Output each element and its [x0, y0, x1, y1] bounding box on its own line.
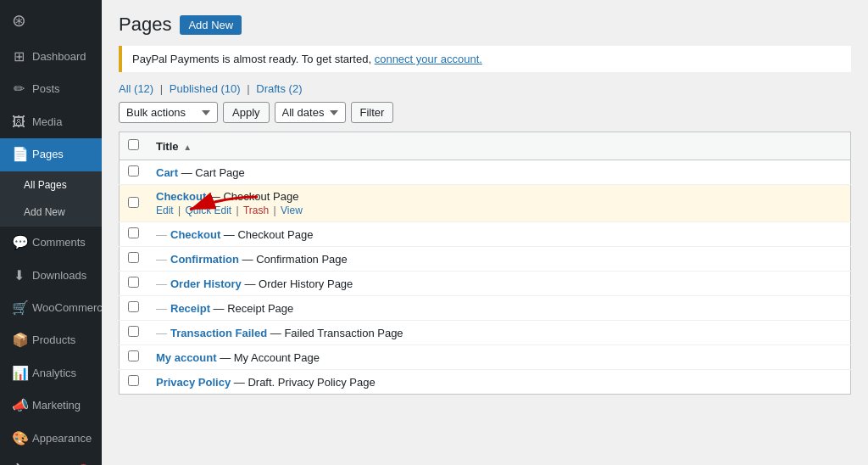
- sidebar-item-appearance[interactable]: 🎨 Appearance: [0, 423, 102, 455]
- table-row: Privacy Policy — Draft. Privacy Policy P…: [120, 370, 851, 395]
- page-header: Pages Add New: [119, 14, 851, 36]
- row-title-cell: —Receipt — Receipt Page: [147, 296, 851, 321]
- page-separator: —: [242, 253, 253, 266]
- add-new-button[interactable]: Add New: [180, 15, 242, 35]
- title-col-label: Title: [156, 140, 179, 153]
- analytics-icon: 📊: [12, 364, 25, 383]
- media-icon: 🖼: [12, 113, 25, 132]
- page-description: Confirmation Page: [256, 253, 348, 266]
- filter-published[interactable]: Published (10): [170, 82, 241, 95]
- page-title-link[interactable]: Privacy Policy: [156, 376, 231, 389]
- notice-link[interactable]: connect your account.: [375, 53, 482, 65]
- sort-arrow-icon: ▲: [183, 143, 192, 152]
- dashboard-icon: ⊞: [12, 48, 25, 66]
- page-separator: —: [220, 351, 231, 364]
- page-description: Cart Page: [195, 166, 245, 179]
- sidebar-item-marketing[interactable]: 📣 Marketing: [0, 389, 102, 422]
- table-header-checkbox[interactable]: [120, 132, 148, 160]
- sidebar-item-label: Appearance: [32, 431, 92, 446]
- row-checkbox-3[interactable]: [128, 227, 139, 238]
- select-all-checkbox[interactable]: [128, 139, 139, 150]
- page-description: Privacy Policy Page: [278, 376, 376, 389]
- row-checkbox-cell: [120, 247, 148, 272]
- pages-icon: 📄: [12, 145, 25, 164]
- apply-button[interactable]: Apply: [223, 102, 270, 123]
- row-checkbox-6[interactable]: [128, 301, 139, 312]
- sidebar-item-label: Pages: [32, 147, 64, 162]
- sidebar-item-woocommerce[interactable]: 🛒 WooCommerce: [0, 292, 102, 324]
- row-checkbox-7[interactable]: [128, 326, 139, 337]
- filter-button[interactable]: Filter: [351, 102, 394, 123]
- sidebar-item-media[interactable]: 🖼 Media: [0, 106, 102, 138]
- indent-marker: —: [156, 277, 167, 290]
- sidebar-item-label: Posts: [32, 81, 60, 97]
- table-header-title[interactable]: Title ▲: [147, 132, 851, 160]
- filter-all[interactable]: All (12): [119, 82, 153, 95]
- page-separator: —: [181, 166, 192, 179]
- page-description: Order History Page: [259, 277, 353, 290]
- row-title-cell: —Order History — Order History Page: [147, 272, 851, 296]
- pages-table: Title ▲ Cart — Cart PageCheckout — Check…: [119, 132, 851, 395]
- row-checkbox-9[interactable]: [128, 375, 139, 386]
- indent-marker: —: [156, 327, 167, 339]
- page-title: Pages: [119, 14, 171, 36]
- row-title-cell: Privacy Policy — Draft. Privacy Policy P…: [147, 370, 851, 395]
- row-checkbox-2[interactable]: [128, 197, 139, 208]
- indent-marker: —: [156, 228, 167, 241]
- sidebar-item-plugins[interactable]: 🔌 Plugins 1: [0, 455, 102, 465]
- row-title-cell: —Transaction Failed — Failed Transaction…: [147, 321, 851, 345]
- pages-submenu: All Pages Add New: [0, 171, 102, 227]
- sidebar: ⊛ ⊞ Dashboard ✏ Posts 🖼 Media 📄 Pages Al…: [0, 0, 102, 465]
- table-row: Cart — Cart Page: [120, 160, 851, 185]
- page-title-link[interactable]: Receipt: [170, 302, 210, 315]
- sidebar-item-label: Downloads: [32, 268, 86, 283]
- dates-select[interactable]: All dates: [275, 102, 346, 123]
- wp-logo-icon: ⊛: [12, 10, 26, 31]
- page-title-link[interactable]: Order History: [170, 277, 242, 290]
- sidebar-submenu-all-pages[interactable]: All Pages: [0, 171, 102, 199]
- page-description: Checkout Page: [237, 228, 313, 241]
- bulk-actions-select[interactable]: Bulk actions Edit Move to Trash: [119, 102, 218, 123]
- page-title-link[interactable]: Transaction Failed: [170, 327, 267, 339]
- row-action-edit[interactable]: Edit: [156, 204, 174, 216]
- sidebar-item-posts[interactable]: ✏ Posts: [0, 73, 102, 105]
- sidebar-item-products[interactable]: 📦 Products: [0, 324, 102, 356]
- sidebar-item-label: Products: [32, 333, 75, 348]
- row-checkbox-5[interactable]: [128, 277, 139, 288]
- page-title-link[interactable]: My account: [156, 351, 217, 364]
- page-title-link[interactable]: Checkout: [170, 228, 220, 241]
- row-checkbox-cell: [120, 321, 148, 345]
- sidebar-item-analytics[interactable]: 📊 Analytics: [0, 357, 102, 389]
- row-action-view[interactable]: View: [281, 204, 303, 216]
- row-checkbox-8[interactable]: [128, 350, 139, 361]
- row-checkbox-cell: [120, 222, 148, 247]
- row-title-cell: Checkout — Checkout PageEdit | Quick Edi…: [147, 185, 851, 222]
- row-title-cell: Cart — Cart Page: [147, 160, 851, 185]
- indent-marker: —: [156, 253, 167, 266]
- downloads-icon: ⬇: [12, 266, 25, 285]
- add-new-label: Add New: [24, 205, 65, 220]
- page-description: My Account Page: [234, 351, 320, 364]
- marketing-icon: 📣: [12, 396, 25, 415]
- page-separator: —: [244, 277, 255, 290]
- page-title-link[interactable]: Confirmation: [170, 253, 239, 266]
- sidebar-item-label: Comments: [32, 235, 86, 250]
- wp-logo: ⊛: [0, 0, 102, 41]
- sidebar-item-pages[interactable]: 📄 Pages: [0, 138, 102, 171]
- table-row: My account — My Account Page: [120, 345, 851, 370]
- row-checkbox-1[interactable]: [128, 165, 139, 176]
- sidebar-item-label: WooCommerce: [32, 300, 102, 316]
- row-checkbox-cell: [120, 160, 148, 185]
- filter-drafts[interactable]: Drafts (2): [256, 82, 302, 95]
- sidebar-item-label: Marketing: [32, 398, 81, 413]
- page-separator: — Draft.: [234, 376, 275, 389]
- page-description: Failed Transaction Page: [284, 327, 403, 339]
- sidebar-item-dashboard[interactable]: ⊞ Dashboard: [0, 41, 102, 73]
- page-title-link[interactable]: Cart: [156, 166, 178, 179]
- sidebar-submenu-add-new[interactable]: Add New: [0, 199, 102, 227]
- sidebar-item-comments[interactable]: 💬 Comments: [0, 227, 102, 259]
- main-content: Pages Add New PayPal Payments is almost …: [102, 0, 868, 465]
- row-checkbox-4[interactable]: [128, 252, 139, 263]
- sidebar-item-downloads[interactable]: ⬇ Downloads: [0, 260, 102, 292]
- row-title-cell: —Confirmation — Confirmation Page: [147, 247, 851, 272]
